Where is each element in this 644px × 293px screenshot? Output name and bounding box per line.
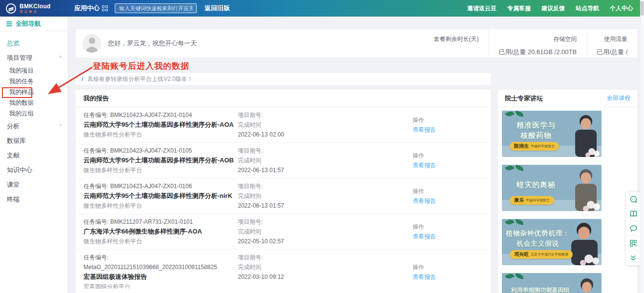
view-report-link[interactable]: 查看报告 — [413, 161, 483, 170]
qrcode-icon[interactable] — [626, 236, 641, 251]
sidebar-item-classroom[interactable]: 课堂 — [0, 177, 68, 192]
double-chevron-down-icon[interactable] — [626, 251, 641, 265]
view-report-link[interactable]: 查看报告 — [413, 126, 483, 134]
sidebar-item-database[interactable]: 数据库 — [0, 134, 68, 148]
task-no-label: 任务编号: — [83, 254, 108, 261]
my-reports-panel: 我的报告 任务编号: BMK210423-AJ047-ZX01-0104 云南师… — [76, 90, 491, 293]
speaker-badge: 康乐 中国科学院院士 — [510, 196, 554, 205]
app-grid-icon — [102, 5, 108, 11]
leaf-decoration — [505, 165, 515, 172]
app-center-label: 应用中心 — [74, 4, 100, 13]
sidebar-item-analysis[interactable]: 分析 ∨ — [0, 119, 68, 134]
report-row: 任务编号: BMK210423-AJ047-ZX01-0105 云南师范大学95… — [76, 143, 491, 178]
task-no-label: 任务编号: — [83, 218, 108, 225]
finish-time-value: 2022-03-10 09:12 — [238, 272, 413, 282]
app-center-button[interactable]: 应用中心 — [74, 4, 108, 13]
bmkcloud-logo[interactable]: BMKCloud 百迈客云 — [0, 3, 69, 14]
report-platform: 微生物多样性分析平台 — [83, 130, 238, 139]
report-info: 任务编号: BMK210423-AJ047-ZX01-0105 云南师范大学95… — [83, 146, 238, 175]
task-no-value: BMK211207-AR731-ZX01-0101 — [110, 218, 193, 225]
stat-traffic: 使用流量 已用/总量 / — [586, 29, 637, 58]
welcome-card: 您好，罗云龙，祝您开心每一天 套餐剩余时长(天) 存储空间 已用/总量 20.6… — [76, 29, 637, 58]
leaf-decoration — [505, 111, 515, 117]
sidebar-item-my-sample[interactable]: 我的样品 — [0, 87, 68, 98]
notice-text: 真核有参转录组分析平台上线V2.0版本！ — [87, 75, 193, 83]
report-actions: 操作 查看报告 — [413, 146, 483, 175]
report-platform: 微生物多样性分析平台 — [83, 201, 238, 211]
sidebar-item-my-project[interactable]: 我的项目 — [0, 65, 68, 76]
chat-icon[interactable] — [626, 221, 641, 236]
finish-time-label: 完成时间 — [238, 156, 413, 165]
finish-time-label: 完成时间 — [238, 191, 413, 201]
view-report-link[interactable]: 查看报告 — [413, 273, 483, 281]
report-row: 任务编号: MetaG_20201112151039668_2022031009… — [76, 250, 491, 293]
sidebar-item-project-mgmt[interactable]: 项目管理 ∧ — [0, 51, 68, 65]
sidebar-item-knowledge-center[interactable]: 知识中心 — [0, 163, 68, 177]
top-header: BMKCloud 百迈客云 应用中心 返回旧版 邀请送云豆 专属客服 建议反馈 … — [0, 0, 640, 17]
lectures-header: 院士专家讲坛 全部课程 — [498, 90, 637, 107]
speaker-name: 康乐 — [514, 197, 524, 204]
sidebar-item-overview[interactable]: 总览 — [0, 36, 68, 51]
report-dates: 项目期号: 完成时间 2022-05-10 02:57 — [238, 217, 413, 246]
lecture-card[interactable]: 精准医学与 核酸药物 陈润生 中国科学院院士 — [502, 111, 602, 157]
lecture-card[interactable]: 蝗灾的奥秘 康乐 中国科学院院士 — [502, 165, 602, 211]
sidebar-item-literature[interactable]: 文献 — [0, 148, 68, 163]
sidebar-item-my-task[interactable]: 我的任务 — [0, 76, 68, 87]
action-label: 操作 — [413, 263, 483, 272]
nav-feedback[interactable]: 建议反馈 — [541, 4, 565, 13]
stat-label: 套餐剩余时长(天) — [434, 35, 478, 43]
back-to-old-version-button[interactable]: 返回旧版 — [205, 4, 230, 13]
nav-customer-service[interactable]: 专属客服 — [507, 4, 531, 13]
header-nav: 邀请送云豆 专属客服 建议反馈 站点导航 个人中心 — [467, 4, 640, 13]
lecture-title: 利用单细胞功能基因组 技术体系研究人类生殖 — [505, 286, 576, 293]
view-report-link[interactable]: 查看报告 — [413, 233, 483, 241]
sidebar-all-nav[interactable]: 全部导航 — [0, 17, 68, 31]
finish-time-value: 2022-06-13 01:57 — [238, 201, 413, 211]
speaker-title: 中国科学院院士 — [526, 198, 550, 203]
lecture-card[interactable]: 植物杂种优势机理： 机会主义假说 邓兴旺 北京大学现代农学院教授 — [502, 219, 602, 265]
account-stats: 套餐剩余时长(天) 存储空间 已用/总量 20.61GB /2.00TB 使用流… — [424, 29, 637, 58]
sidebar-item-my-cloud-group[interactable]: 我的云组 — [0, 108, 68, 119]
notice-bar: i 真核有参转录组分析平台上线V2.0版本！ — [76, 73, 491, 85]
bmkcloud-dashboard: BMKCloud 百迈客云 应用中心 返回旧版 邀请送云豆 专属客服 建议反馈 … — [0, 0, 644, 293]
lecture-title-line1: 蝗灾的奥秘 — [505, 179, 567, 190]
action-label: 操作 — [413, 152, 483, 160]
header-search — [115, 3, 197, 13]
speaker-photo — [568, 168, 601, 211]
brand-name: BMKCloud — [20, 3, 51, 10]
speaker-photo — [571, 276, 601, 293]
nav-personal-center[interactable]: 个人中心 — [610, 4, 633, 13]
view-report-link[interactable]: 查看报告 — [413, 197, 483, 205]
greeting-text: 您好，罗云龙，祝您开心每一天 — [108, 39, 197, 48]
report-actions: 操作 查看报告 — [413, 110, 483, 139]
speaker-name: 邓兴旺 — [514, 251, 529, 258]
finish-time-label: 完成时间 — [238, 120, 413, 130]
book-icon[interactable] — [626, 207, 641, 221]
speaker-title: 北京大学现代农学院教授 — [531, 252, 568, 257]
scrollbar-thumb[interactable] — [641, 1, 644, 16]
nav-site-navigation[interactable]: 站点导航 — [576, 4, 599, 13]
speaker-badge: 陈润生 中国科学院院士 — [510, 142, 559, 151]
leaf-decoration — [505, 273, 515, 280]
sidebar-item-my-data[interactable]: 我的数据 — [0, 98, 68, 108]
project-no-label: 项目期号: — [238, 217, 413, 227]
app-search-input[interactable] — [115, 3, 197, 13]
report-dates: 项目期号: 完成时间 2022-06-13 01:57 — [238, 146, 413, 175]
all-courses-link[interactable]: 全部课程 — [607, 94, 630, 102]
lecture-card[interactable]: 利用单细胞功能基因组 技术体系研究人类生殖 — [502, 273, 602, 293]
report-title: 广东海洋大学66例微生物多样性测序-AOA — [83, 227, 238, 236]
customer-service-icon[interactable] — [626, 192, 641, 207]
brand-text: BMKCloud 百迈客云 — [20, 3, 51, 13]
speaker-photo — [568, 114, 601, 157]
report-row: 任务编号: BMK211207-AR731-ZX01-0101 广东海洋大学66… — [76, 214, 491, 250]
sidebar-item-terminal[interactable]: 终端 — [0, 192, 68, 207]
speaker-name: 陈润生 — [514, 143, 529, 150]
menu-icon — [6, 21, 12, 26]
nav-invite-cloud-beans[interactable]: 邀请送云豆 — [467, 4, 497, 13]
chevron-up-icon: ∧ — [59, 54, 62, 59]
floating-toolbar — [626, 192, 641, 265]
action-label: 操作 — [413, 187, 483, 195]
next-panel-cutoff — [76, 289, 491, 293]
stat-storage: 存储空间 已用/总量 20.61GB /2.00TB — [488, 29, 586, 58]
report-row: 任务编号: BMK210423-AJ047-ZX01-0106 云南师范大学95… — [76, 178, 491, 214]
